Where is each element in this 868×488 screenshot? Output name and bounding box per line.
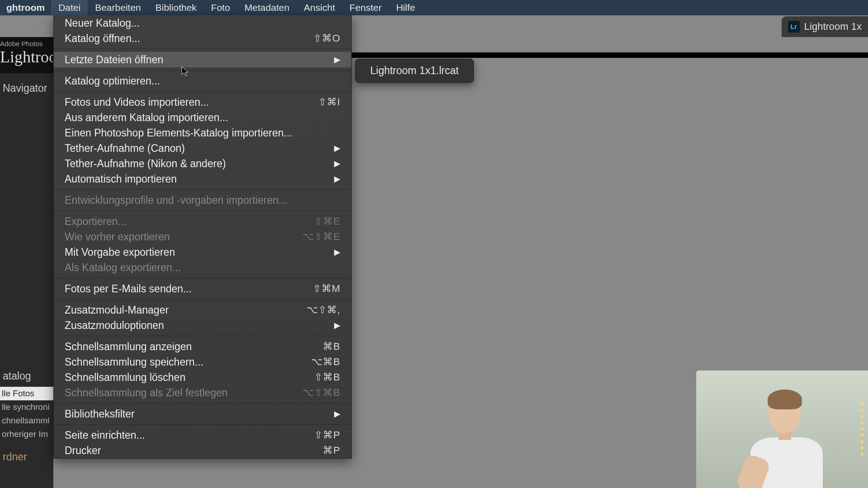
menu-label: Zusatzmodul-Manager [65,304,169,316]
menu-shortcut: ⌥⌘B [311,356,340,368]
menu-label: Wie vorher exportieren [65,231,170,243]
menu-label: Drucker [65,445,101,457]
menu-separator [54,403,351,404]
menu-shortcut: ⌥⇧⌘, [307,304,340,316]
menu-label: Neuer Katalog... [65,17,140,29]
window-title: Lightroom 1x [804,21,862,33]
panel-quick[interactable]: chnellsamml [0,414,53,427]
menu-separator [54,278,351,278]
menu-label: Aus anderem Katalog importieren... [65,112,228,124]
recent-file-item[interactable]: Lightroom 1x1.lrcat [356,59,473,82]
menu-label: Mit Vorgabe exportieren [65,246,175,258]
menu-datei[interactable]: Datei [51,0,88,15]
menu-row[interactable]: Automatisch importieren▶ [54,171,351,187]
menu-row[interactable]: Tether-Aufnahme (Nikon & andere)▶ [54,156,351,171]
menu-separator [54,211,351,211]
menu-separator [54,49,351,49]
menu-ansicht[interactable]: Ansicht [297,0,342,15]
menu-separator [54,91,351,92]
menu-label: Tether-Aufnahme (Nikon & andere) [65,158,226,170]
panel-all-photos[interactable]: lle Fotos [0,387,53,400]
menu-shortcut: ⌘B [323,341,340,352]
menu-row[interactable]: Seite einrichten...⇧⌘P [54,427,351,443]
brand-area: Adobe Photos Lightroo [0,37,53,73]
menu-label: Tether-Aufnahme (Canon) [65,142,185,155]
menu-row: Entwicklungsprofile und -vorgaben import… [54,192,351,208]
menu-bearbeiten[interactable]: Bearbeiten [88,0,148,15]
menu-shortcut: ⇧⌘E [314,216,340,227]
menu-row[interactable]: Katalog optimieren... [54,73,351,89]
catalog-title[interactable]: atalog [0,361,53,387]
menu-row[interactable]: Einen Photoshop Elements-Katalog importi… [54,125,351,141]
menu-row: Exportieren...⇧⌘E [54,214,351,229]
menu-label: Schnellsammlung anzeigen [65,341,192,353]
left-panel: Navigator atalog lle Fotos lle synchroni… [0,73,53,488]
menu-shortcut: ⌥⇧⌘B [302,387,340,399]
recent-files-submenu: Lightroom 1x1.lrcat [355,59,474,83]
menu-shortcut: ⇧⌘M [313,283,340,295]
menu-row[interactable]: Letzte Dateien öffnen▶ [54,52,351,67]
menu-label: Katalog optimieren... [65,75,160,87]
menu-shortcut: ⌥⇧⌘E [302,231,340,243]
menu-foto[interactable]: Foto [204,0,237,15]
menu-row[interactable]: Neuer Katalog... [54,15,351,31]
menu-row[interactable]: Mit Vorgabe exportieren▶ [54,244,351,260]
menu-label: Zusatzmoduloptionen [65,319,164,332]
black-strip [352,52,868,58]
submenu-arrow-icon: ▶ [334,143,340,153]
submenu-arrow-icon: ▶ [334,409,340,419]
menu-label: Exportieren... [65,216,127,228]
submenu-arrow-icon: ▶ [334,55,340,65]
menu-metadaten[interactable]: Metadaten [237,0,297,15]
panel-prev-import[interactable]: orheriger Im [0,427,53,441]
panel-sync[interactable]: lle synchroni [0,400,53,414]
menu-separator [54,70,351,70]
menu-separator [54,336,351,336]
menu-row: Als Katalog exportieren... [54,260,351,275]
menu-row[interactable]: Tether-Aufnahme (Canon)▶ [54,141,351,156]
menu-row[interactable]: Fotos und Videos importieren...⇧⌘I [54,94,351,110]
menu-row[interactable]: Zusatzmoduloptionen▶ [54,318,351,333]
webcam-overlay [696,371,868,488]
brand-small: Adobe Photos [0,37,53,47]
menu-bibliothek[interactable]: Bibliothek [148,0,204,15]
menu-row[interactable]: Schnellsammlung löschen⇧⌘B [54,370,351,385]
window-titlebar: Lr Lightroom 1x [782,16,868,37]
menu-separator [54,424,351,425]
menu-label: Seite einrichten... [65,429,145,441]
menu-label: Letzte Dateien öffnen [65,54,163,66]
menu-separator [54,189,351,190]
menu-shortcut: ⇧⌘I [318,96,340,108]
menu-hilfe[interactable]: Hilfe [389,0,422,15]
menu-label: Entwicklungsprofile und -vorgaben import… [65,194,287,206]
menubar: ghtroom Datei Bearbeiten Bibliothek Foto… [0,0,868,15]
menu-fenster[interactable]: Fenster [342,0,389,15]
file-menu-dropdown: Neuer Katalog...Katalog öffnen...⇧⌘OLetz… [53,15,352,459]
menu-label: Bibliotheksfilter [65,408,135,420]
folder-title[interactable]: rdner [0,441,53,473]
menu-row: Wie vorher exportieren⌥⇧⌘E [54,229,351,244]
menu-label: Einen Photoshop Elements-Katalog importi… [65,127,292,139]
menu-shortcut: ⇧⌘B [314,371,340,383]
lightroom-icon: Lr [788,21,800,33]
menu-row[interactable]: Katalog öffnen...⇧⌘O [54,31,351,46]
submenu-arrow-icon: ▶ [334,159,340,169]
menu-row[interactable]: Schnellsammlung anzeigen⌘B [54,339,351,354]
menu-row[interactable]: Bibliotheksfilter▶ [54,406,351,422]
menu-label: Schnellsammlung speichern... [65,356,203,368]
apple-menu-app: ghtroom [0,2,51,13]
menu-label: Schnellsammlung als Ziel festlegen [65,387,228,399]
menu-row[interactable]: Zusatzmodul-Manager⌥⇧⌘, [54,302,351,318]
submenu-arrow-icon: ▶ [334,320,340,330]
menu-row[interactable]: Drucker⌘P [54,443,351,458]
menu-separator [54,299,351,300]
menu-label: Fotos per E-Mails senden... [65,283,192,295]
menu-row[interactable]: Schnellsammlung speichern...⌥⌘B [54,354,351,370]
menu-label: Als Katalog exportieren... [65,262,181,274]
menu-shortcut: ⇧⌘O [313,33,340,44]
menu-row[interactable]: Aus anderem Katalog importieren... [54,110,351,125]
menu-row: Schnellsammlung als Ziel festlegen⌥⇧⌘B [54,385,351,400]
menu-row[interactable]: Fotos per E-Mails senden...⇧⌘M [54,281,351,296]
menu-label: Automatisch importieren [65,173,177,185]
navigator-title[interactable]: Navigator [0,73,53,99]
